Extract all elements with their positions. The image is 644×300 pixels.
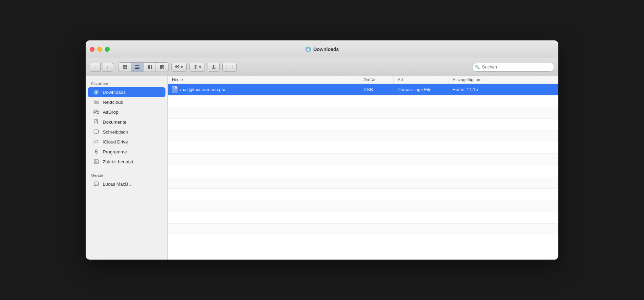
geraete-section-label: Geräte [86,171,168,179]
close-button[interactable] [90,47,95,52]
maximize-button[interactable] [105,47,110,52]
downloads-folder-icon [305,46,311,52]
gallery-icon [160,65,164,70]
column-header-type[interactable]: Art [394,76,448,84]
tag-button[interactable] [222,63,237,72]
file-name: max@mustermann.pfx [180,87,225,92]
share-icon [211,65,216,69]
icon-view-button[interactable] [119,63,131,72]
file-list: Heute Größe Art Hinzugefügt am max@muste… [168,76,558,260]
svg-rect-19 [175,67,177,68]
traffic-lights [90,47,110,52]
empty-row [168,130,558,142]
recent-icon [93,159,99,165]
airdrop-icon [93,109,99,115]
document-icon [93,119,99,125]
sidebar-item-downloads[interactable]: Downloads [88,87,165,97]
file-list-header: Heute Größe Art Hinzugefügt am [168,76,558,84]
svg-point-21 [195,66,196,68]
sidebar-item-zuletzt[interactable]: Zuletzt benutzt [88,157,165,166]
svg-rect-1 [123,65,125,67]
empty-rows [168,96,558,260]
empty-row [168,177,558,189]
svg-rect-3 [123,67,125,69]
column-header-date[interactable]: Hinzugefügt am [448,76,558,84]
column-header-size[interactable]: Größe [359,76,394,84]
svg-rect-18 [177,65,178,66]
search-input[interactable] [472,63,554,72]
svg-rect-5 [135,65,139,66]
svg-rect-30 [94,182,98,185]
sidebar-item-programme[interactable]: Programme [88,147,165,157]
empty-row [168,154,558,165]
svg-rect-17 [175,65,177,66]
file-size-cell: 4 KB [359,87,394,92]
favorites-section-label: Favoriten [86,79,168,87]
svg-rect-27 [94,130,99,133]
svg-rect-11 [160,65,163,68]
sidebar-item-dokumente[interactable]: Dokumente [88,117,165,127]
svg-rect-16 [163,68,164,69]
forward-button[interactable]: › [102,63,113,72]
sidebar-item-airdrop[interactable]: AirDrop [88,107,165,117]
file-size: 4 KB [363,87,373,92]
empty-row [168,212,558,224]
sidebar-item-label-programme: Programme [103,149,127,154]
columns-view-button[interactable] [144,63,156,72]
search-icon: 🔍 [475,65,480,70]
svg-rect-9 [149,65,150,69]
action-chevron: ▾ [199,65,201,70]
table-row[interactable]: max@mustermann.pfx 4 KB Person...nge Fil… [168,84,558,96]
svg-rect-8 [148,65,149,69]
empty-row [168,224,558,235]
svg-rect-26 [94,120,98,124]
empty-row [168,107,558,119]
svg-rect-22 [226,65,233,69]
sidebar-item-label-airdrop: AirDrop [103,110,119,115]
svg-point-25 [96,112,97,113]
empty-row [168,142,558,154]
tag-icon [226,65,233,69]
svg-rect-7 [135,68,139,69]
svg-rect-4 [125,67,127,69]
empty-row [168,119,558,130]
sidebar: Favoriten Downloads [86,76,168,260]
empty-row [168,165,558,177]
column-header-name[interactable]: Heute [168,76,359,84]
sidebar-item-label-icloud: iCloud Drive [103,139,128,145]
action-button[interactable]: ▾ [189,63,205,72]
empty-row [168,200,558,212]
sidebar-item-label-macbook: Lucas MacB… [103,182,133,187]
sidebar-item-schreibtisch[interactable]: Schreibtisch [88,127,165,137]
sidebar-item-label-downloads: Downloads [103,90,126,95]
minimize-button[interactable] [97,47,102,52]
group-button[interactable]: ▾ [171,63,187,72]
empty-row [168,96,558,107]
gallery-view-button[interactable] [156,63,168,72]
share-button[interactable] [208,63,220,72]
columns-icon [147,65,152,70]
group-icon [175,65,179,69]
file-name-cell: max@mustermann.pfx [168,86,359,93]
svg-rect-14 [160,68,161,69]
computer-icon [93,181,99,187]
sidebar-item-macbook[interactable]: Lucas MacB… [88,179,165,189]
back-icon: ‹ [95,64,96,70]
apps-icon [93,149,99,155]
file-date-cell: Heute, 14:15 [448,87,558,92]
sidebar-item-label-schreibtisch: Schreibtisch [103,129,128,135]
sidebar-item-icloud[interactable]: iCloud Drive [88,137,165,147]
sidebar-item-nextcloud[interactable]: Nextcloud [88,97,165,107]
back-button[interactable]: ‹ [90,63,101,72]
list-view-button[interactable] [131,63,144,72]
svg-rect-13 [163,66,164,67]
search-bar: 🔍 [472,63,554,72]
svg-rect-6 [135,67,139,67]
svg-rect-10 [151,65,152,69]
gear-icon [193,65,198,69]
folder-icon [93,99,99,105]
list-icon [135,65,140,70]
view-switcher [119,62,169,72]
window-title-area: Downloads [305,46,339,52]
svg-rect-2 [125,65,127,67]
